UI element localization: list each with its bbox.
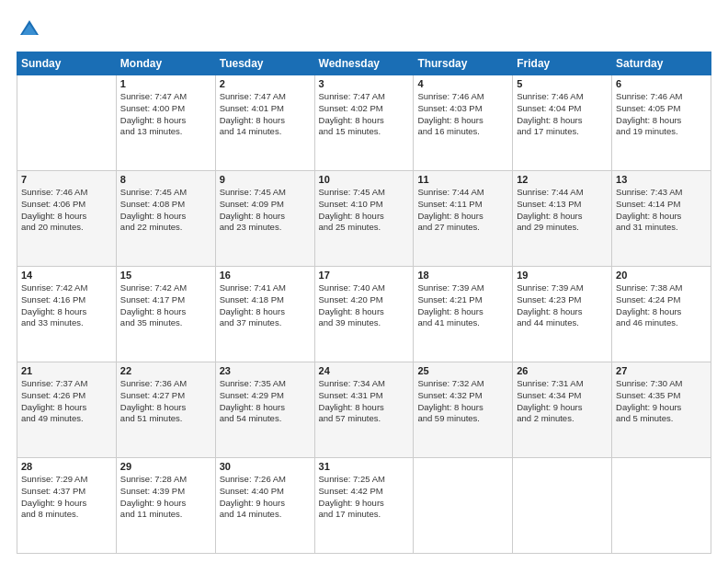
weekday-header-row: SundayMondayTuesdayWednesdayThursdayFrid…: [17, 52, 711, 75]
day-number: 19: [517, 270, 608, 281]
day-cell: 26Sunrise: 7:31 AM Sunset: 4:34 PM Dayli…: [513, 362, 612, 458]
day-cell: [513, 458, 612, 554]
day-cell: 2Sunrise: 7:47 AM Sunset: 4:01 PM Daylig…: [215, 75, 314, 171]
day-number: 7: [21, 174, 112, 185]
day-cell: 21Sunrise: 7:37 AM Sunset: 4:26 PM Dayli…: [17, 362, 117, 458]
day-cell: 10Sunrise: 7:45 AM Sunset: 4:10 PM Dayli…: [314, 171, 414, 267]
day-cell: [17, 75, 117, 171]
day-cell: 7Sunrise: 7:46 AM Sunset: 4:06 PM Daylig…: [17, 171, 117, 267]
day-info: Sunrise: 7:39 AM Sunset: 4:21 PM Dayligh…: [417, 282, 508, 329]
day-info: Sunrise: 7:31 AM Sunset: 4:34 PM Dayligh…: [517, 378, 608, 425]
week-row-4: 28Sunrise: 7:29 AM Sunset: 4:37 PM Dayli…: [17, 458, 711, 554]
day-number: 28: [21, 461, 112, 472]
logo: [17, 17, 44, 42]
day-info: Sunrise: 7:46 AM Sunset: 4:06 PM Dayligh…: [21, 187, 112, 234]
day-cell: 5Sunrise: 7:46 AM Sunset: 4:04 PM Daylig…: [513, 75, 612, 171]
day-cell: 1Sunrise: 7:47 AM Sunset: 4:00 PM Daylig…: [116, 75, 215, 171]
day-cell: 17Sunrise: 7:40 AM Sunset: 4:20 PM Dayli…: [314, 267, 414, 362]
day-cell: 29Sunrise: 7:28 AM Sunset: 4:39 PM Dayli…: [116, 458, 215, 554]
day-info: Sunrise: 7:46 AM Sunset: 4:04 PM Dayligh…: [517, 91, 608, 138]
day-number: 29: [120, 461, 211, 472]
day-number: 18: [417, 270, 508, 281]
page: SundayMondayTuesdayWednesdayThursdayFrid…: [0, 0, 728, 563]
day-cell: 23Sunrise: 7:35 AM Sunset: 4:29 PM Dayli…: [215, 362, 314, 458]
day-cell: 4Sunrise: 7:46 AM Sunset: 4:03 PM Daylig…: [414, 75, 513, 171]
day-number: 15: [120, 270, 211, 281]
week-row-3: 21Sunrise: 7:37 AM Sunset: 4:26 PM Dayli…: [17, 362, 711, 458]
week-row-1: 7Sunrise: 7:46 AM Sunset: 4:06 PM Daylig…: [17, 171, 711, 267]
day-number: 10: [319, 174, 410, 185]
day-number: 17: [319, 270, 410, 281]
day-cell: 16Sunrise: 7:41 AM Sunset: 4:18 PM Dayli…: [215, 267, 314, 362]
day-info: Sunrise: 7:40 AM Sunset: 4:20 PM Dayligh…: [319, 282, 410, 329]
day-cell: 31Sunrise: 7:25 AM Sunset: 4:42 PM Dayli…: [314, 458, 414, 554]
day-cell: 28Sunrise: 7:29 AM Sunset: 4:37 PM Dayli…: [17, 458, 117, 554]
day-cell: 30Sunrise: 7:26 AM Sunset: 4:40 PM Dayli…: [215, 458, 314, 554]
day-info: Sunrise: 7:41 AM Sunset: 4:18 PM Dayligh…: [220, 282, 311, 329]
day-cell: 11Sunrise: 7:44 AM Sunset: 4:11 PM Dayli…: [414, 171, 513, 267]
day-info: Sunrise: 7:25 AM Sunset: 4:42 PM Dayligh…: [319, 474, 410, 521]
day-info: Sunrise: 7:46 AM Sunset: 4:05 PM Dayligh…: [616, 91, 707, 138]
day-number: 2: [220, 78, 311, 89]
day-cell: [612, 458, 711, 554]
day-info: Sunrise: 7:47 AM Sunset: 4:00 PM Dayligh…: [120, 91, 211, 138]
day-info: Sunrise: 7:38 AM Sunset: 4:24 PM Dayligh…: [616, 282, 707, 329]
day-number: 24: [319, 365, 410, 376]
day-cell: 12Sunrise: 7:44 AM Sunset: 4:13 PM Dayli…: [513, 171, 612, 267]
day-cell: 8Sunrise: 7:45 AM Sunset: 4:08 PM Daylig…: [116, 171, 215, 267]
day-number: 31: [319, 461, 410, 472]
day-cell: 20Sunrise: 7:38 AM Sunset: 4:24 PM Dayli…: [612, 267, 711, 362]
day-number: 23: [220, 365, 311, 376]
day-number: 13: [616, 174, 707, 185]
day-info: Sunrise: 7:46 AM Sunset: 4:03 PM Dayligh…: [417, 91, 508, 138]
day-info: Sunrise: 7:32 AM Sunset: 4:32 PM Dayligh…: [417, 378, 508, 425]
day-number: 16: [220, 270, 311, 281]
day-number: 22: [120, 365, 211, 376]
day-cell: 3Sunrise: 7:47 AM Sunset: 4:02 PM Daylig…: [314, 75, 414, 171]
week-row-2: 14Sunrise: 7:42 AM Sunset: 4:16 PM Dayli…: [17, 267, 711, 362]
calendar-table: SundayMondayTuesdayWednesdayThursdayFrid…: [17, 52, 711, 554]
day-cell: 6Sunrise: 7:46 AM Sunset: 4:05 PM Daylig…: [612, 75, 711, 171]
day-cell: 19Sunrise: 7:39 AM Sunset: 4:23 PM Dayli…: [513, 267, 612, 362]
day-cell: 24Sunrise: 7:34 AM Sunset: 4:31 PM Dayli…: [314, 362, 414, 458]
day-cell: 27Sunrise: 7:30 AM Sunset: 4:35 PM Dayli…: [612, 362, 711, 458]
day-info: Sunrise: 7:42 AM Sunset: 4:17 PM Dayligh…: [120, 282, 211, 329]
day-info: Sunrise: 7:39 AM Sunset: 4:23 PM Dayligh…: [517, 282, 608, 329]
day-number: 4: [417, 78, 508, 89]
day-number: 9: [220, 174, 311, 185]
day-cell: 13Sunrise: 7:43 AM Sunset: 4:14 PM Dayli…: [612, 171, 711, 267]
weekday-tuesday: Tuesday: [215, 52, 314, 75]
day-number: 20: [616, 270, 707, 281]
day-number: 30: [220, 461, 311, 472]
day-info: Sunrise: 7:44 AM Sunset: 4:11 PM Dayligh…: [417, 187, 508, 234]
day-info: Sunrise: 7:34 AM Sunset: 4:31 PM Dayligh…: [319, 378, 410, 425]
day-cell: 9Sunrise: 7:45 AM Sunset: 4:09 PM Daylig…: [215, 171, 314, 267]
day-info: Sunrise: 7:45 AM Sunset: 4:08 PM Dayligh…: [120, 187, 211, 234]
weekday-sunday: Sunday: [17, 52, 117, 75]
day-cell: 15Sunrise: 7:42 AM Sunset: 4:17 PM Dayli…: [116, 267, 215, 362]
week-row-0: 1Sunrise: 7:47 AM Sunset: 4:00 PM Daylig…: [17, 75, 711, 171]
day-info: Sunrise: 7:35 AM Sunset: 4:29 PM Dayligh…: [220, 378, 311, 425]
day-cell: 25Sunrise: 7:32 AM Sunset: 4:32 PM Dayli…: [414, 362, 513, 458]
day-number: 1: [120, 78, 211, 89]
day-number: 8: [120, 174, 211, 185]
weekday-friday: Friday: [513, 52, 612, 75]
weekday-wednesday: Wednesday: [314, 52, 414, 75]
day-info: Sunrise: 7:44 AM Sunset: 4:13 PM Dayligh…: [517, 187, 608, 234]
day-info: Sunrise: 7:45 AM Sunset: 4:10 PM Dayligh…: [319, 187, 410, 234]
day-info: Sunrise: 7:37 AM Sunset: 4:26 PM Dayligh…: [21, 378, 112, 425]
day-number: 25: [417, 365, 508, 376]
day-info: Sunrise: 7:47 AM Sunset: 4:01 PM Dayligh…: [220, 91, 311, 138]
header: [17, 17, 711, 42]
day-number: 5: [517, 78, 608, 89]
day-info: Sunrise: 7:42 AM Sunset: 4:16 PM Dayligh…: [21, 282, 112, 329]
day-cell: 18Sunrise: 7:39 AM Sunset: 4:21 PM Dayli…: [414, 267, 513, 362]
day-info: Sunrise: 7:29 AM Sunset: 4:37 PM Dayligh…: [21, 474, 112, 521]
day-info: Sunrise: 7:28 AM Sunset: 4:39 PM Dayligh…: [120, 474, 211, 521]
day-info: Sunrise: 7:36 AM Sunset: 4:27 PM Dayligh…: [120, 378, 211, 425]
day-number: 14: [21, 270, 112, 281]
day-number: 11: [417, 174, 508, 185]
day-number: 12: [517, 174, 608, 185]
weekday-thursday: Thursday: [414, 52, 513, 75]
day-info: Sunrise: 7:47 AM Sunset: 4:02 PM Dayligh…: [319, 91, 410, 138]
